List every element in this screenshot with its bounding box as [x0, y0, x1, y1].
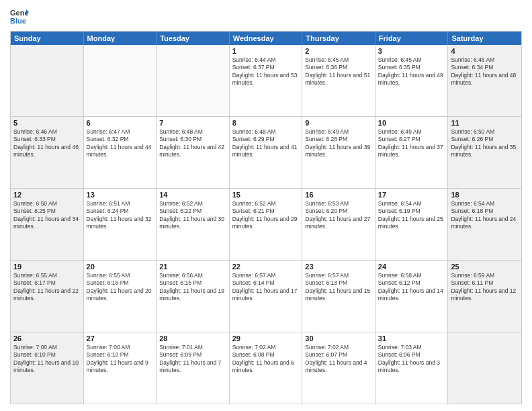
- cal-cell-r1-c3: 8Sunrise: 6:48 AM Sunset: 6:29 PM Daylig…: [230, 117, 303, 188]
- svg-text:General: General: [10, 9, 29, 17]
- cal-cell-r3-c1: 20Sunrise: 6:55 AM Sunset: 6:16 PM Dayli…: [84, 261, 157, 332]
- cal-cell-r4-c5: 31Sunrise: 7:03 AM Sunset: 6:06 PM Dayli…: [375, 332, 449, 404]
- day-number: 28: [159, 334, 226, 342]
- cal-cell-r3-c5: 24Sunrise: 6:58 AM Sunset: 6:12 PM Dayli…: [375, 261, 449, 332]
- cell-text: Sunrise: 6:58 AM Sunset: 6:12 PM Dayligh…: [378, 272, 445, 303]
- day-number: 17: [378, 191, 445, 199]
- calendar-row-4: 26Sunrise: 7:00 AM Sunset: 6:10 PM Dayli…: [11, 332, 521, 404]
- cell-text: Sunrise: 6:52 AM Sunset: 6:21 PM Dayligh…: [232, 200, 300, 231]
- cal-cell-r0-c4: 2Sunrise: 6:45 AM Sunset: 6:36 PM Daylig…: [302, 45, 375, 116]
- cal-cell-r4-c0: 26Sunrise: 7:00 AM Sunset: 6:10 PM Dayli…: [11, 332, 84, 404]
- day-number: 19: [13, 263, 81, 271]
- header-cell-tuesday: Tuesday: [157, 32, 230, 45]
- cell-text: Sunrise: 6:55 AM Sunset: 6:17 PM Dayligh…: [13, 272, 81, 303]
- cal-cell-r2-c1: 13Sunrise: 6:51 AM Sunset: 6:24 PM Dayli…: [84, 189, 157, 260]
- logo: General Blue: [10, 7, 29, 26]
- cell-text: Sunrise: 6:57 AM Sunset: 6:13 PM Dayligh…: [305, 272, 372, 303]
- logo-icon: General Blue: [10, 7, 29, 26]
- cell-text: Sunrise: 6:54 AM Sunset: 6:19 PM Dayligh…: [378, 200, 445, 231]
- cal-cell-r3-c6: 25Sunrise: 6:59 AM Sunset: 6:11 PM Dayli…: [448, 261, 521, 332]
- cell-text: Sunrise: 7:02 AM Sunset: 6:07 PM Dayligh…: [305, 344, 372, 375]
- cell-text: Sunrise: 6:48 AM Sunset: 6:29 PM Dayligh…: [232, 128, 300, 159]
- header-cell-friday: Friday: [375, 32, 449, 45]
- cell-text: Sunrise: 6:54 AM Sunset: 6:18 PM Dayligh…: [451, 200, 519, 231]
- calendar-row-3: 19Sunrise: 6:55 AM Sunset: 6:17 PM Dayli…: [11, 261, 521, 332]
- cell-text: Sunrise: 6:49 AM Sunset: 6:28 PM Dayligh…: [305, 128, 372, 159]
- cal-cell-r1-c5: 10Sunrise: 6:49 AM Sunset: 6:27 PM Dayli…: [375, 117, 449, 188]
- cell-text: Sunrise: 7:00 AM Sunset: 6:10 PM Dayligh…: [87, 344, 154, 375]
- day-number: 18: [451, 191, 519, 199]
- day-number: 6: [87, 119, 154, 127]
- cal-cell-r3-c0: 19Sunrise: 6:55 AM Sunset: 6:17 PM Dayli…: [11, 261, 84, 332]
- cal-cell-r3-c4: 23Sunrise: 6:57 AM Sunset: 6:13 PM Dayli…: [302, 261, 375, 332]
- day-number: 3: [378, 47, 445, 55]
- cal-cell-r4-c6: [448, 332, 521, 404]
- calendar-body: 1Sunrise: 6:44 AM Sunset: 6:37 PM Daylig…: [11, 45, 521, 404]
- cell-text: Sunrise: 6:57 AM Sunset: 6:14 PM Dayligh…: [232, 272, 300, 303]
- day-number: 29: [232, 334, 300, 342]
- day-number: 7: [159, 119, 226, 127]
- cal-cell-r4-c2: 28Sunrise: 7:01 AM Sunset: 6:09 PM Dayli…: [157, 332, 230, 404]
- day-number: 14: [159, 191, 226, 199]
- header-cell-thursday: Thursday: [302, 32, 375, 45]
- day-number: 20: [87, 263, 154, 271]
- header-cell-saturday: Saturday: [448, 32, 521, 45]
- calendar-row-2: 12Sunrise: 6:50 AM Sunset: 6:25 PM Dayli…: [11, 189, 521, 261]
- day-number: 31: [378, 334, 445, 342]
- cell-text: Sunrise: 6:45 AM Sunset: 6:36 PM Dayligh…: [305, 56, 372, 87]
- day-number: 27: [87, 334, 154, 342]
- day-number: 12: [13, 191, 81, 199]
- cell-text: Sunrise: 6:45 AM Sunset: 6:35 PM Dayligh…: [378, 56, 445, 87]
- cell-text: Sunrise: 6:44 AM Sunset: 6:37 PM Dayligh…: [232, 56, 300, 87]
- cell-text: Sunrise: 7:00 AM Sunset: 6:10 PM Dayligh…: [13, 344, 81, 375]
- calendar-header: SundayMondayTuesdayWednesdayThursdayFrid…: [11, 32, 521, 45]
- cell-text: Sunrise: 6:53 AM Sunset: 6:20 PM Dayligh…: [305, 200, 372, 231]
- cal-cell-r0-c6: 4Sunrise: 6:46 AM Sunset: 6:34 PM Daylig…: [448, 45, 521, 116]
- cal-cell-r2-c3: 15Sunrise: 6:52 AM Sunset: 6:21 PM Dayli…: [230, 189, 303, 260]
- day-number: 15: [232, 191, 300, 199]
- day-number: 10: [378, 119, 445, 127]
- cell-text: Sunrise: 6:50 AM Sunset: 6:26 PM Dayligh…: [451, 128, 519, 159]
- cal-cell-r2-c5: 17Sunrise: 6:54 AM Sunset: 6:19 PM Dayli…: [375, 189, 449, 260]
- cell-text: Sunrise: 6:49 AM Sunset: 6:27 PM Dayligh…: [378, 128, 445, 159]
- day-number: 16: [305, 191, 372, 199]
- cell-text: Sunrise: 6:59 AM Sunset: 6:11 PM Dayligh…: [451, 272, 519, 303]
- cal-cell-r1-c1: 6Sunrise: 6:47 AM Sunset: 6:32 PM Daylig…: [84, 117, 157, 188]
- cell-text: Sunrise: 6:48 AM Sunset: 6:30 PM Dayligh…: [159, 128, 226, 159]
- cal-cell-r4-c1: 27Sunrise: 7:00 AM Sunset: 6:10 PM Dayli…: [84, 332, 157, 404]
- day-number: 23: [305, 263, 372, 271]
- cell-text: Sunrise: 6:52 AM Sunset: 6:22 PM Dayligh…: [159, 200, 226, 231]
- day-number: 1: [232, 47, 300, 55]
- cal-cell-r0-c3: 1Sunrise: 6:44 AM Sunset: 6:37 PM Daylig…: [230, 45, 303, 116]
- cal-cell-r2-c4: 16Sunrise: 6:53 AM Sunset: 6:20 PM Dayli…: [302, 189, 375, 260]
- day-number: 24: [378, 263, 445, 271]
- cal-cell-r1-c2: 7Sunrise: 6:48 AM Sunset: 6:30 PM Daylig…: [157, 117, 230, 188]
- cal-cell-r0-c2: [157, 45, 230, 116]
- day-number: 2: [305, 47, 372, 55]
- cal-cell-r0-c0: [11, 45, 84, 116]
- day-number: 8: [232, 119, 300, 127]
- day-number: 11: [451, 119, 519, 127]
- day-number: 30: [305, 334, 372, 342]
- day-number: 22: [232, 263, 300, 271]
- cal-cell-r1-c6: 11Sunrise: 6:50 AM Sunset: 6:26 PM Dayli…: [448, 117, 521, 188]
- cell-text: Sunrise: 6:51 AM Sunset: 6:24 PM Dayligh…: [87, 200, 154, 231]
- day-number: 13: [87, 191, 154, 199]
- header-cell-wednesday: Wednesday: [230, 32, 303, 45]
- day-number: 9: [305, 119, 372, 127]
- cell-text: Sunrise: 6:47 AM Sunset: 6:32 PM Dayligh…: [87, 128, 154, 159]
- cal-cell-r2-c0: 12Sunrise: 6:50 AM Sunset: 6:25 PM Dayli…: [11, 189, 84, 260]
- cal-cell-r2-c2: 14Sunrise: 6:52 AM Sunset: 6:22 PM Dayli…: [157, 189, 230, 260]
- cal-cell-r4-c4: 30Sunrise: 7:02 AM Sunset: 6:07 PM Dayli…: [302, 332, 375, 404]
- day-number: 4: [451, 47, 519, 55]
- cell-text: Sunrise: 6:55 AM Sunset: 6:16 PM Dayligh…: [87, 272, 154, 303]
- header-cell-sunday: Sunday: [11, 32, 84, 45]
- cal-cell-r0-c5: 3Sunrise: 6:45 AM Sunset: 6:35 PM Daylig…: [375, 45, 449, 116]
- day-number: 26: [13, 334, 81, 342]
- calendar-row-1: 5Sunrise: 6:46 AM Sunset: 6:33 PM Daylig…: [11, 117, 521, 189]
- day-number: 25: [451, 263, 519, 271]
- cell-text: Sunrise: 6:50 AM Sunset: 6:25 PM Dayligh…: [13, 200, 81, 231]
- cell-text: Sunrise: 6:46 AM Sunset: 6:33 PM Dayligh…: [13, 128, 81, 159]
- cell-text: Sunrise: 6:56 AM Sunset: 6:15 PM Dayligh…: [159, 272, 226, 303]
- calendar: SundayMondayTuesdayWednesdayThursdayFrid…: [10, 31, 522, 404]
